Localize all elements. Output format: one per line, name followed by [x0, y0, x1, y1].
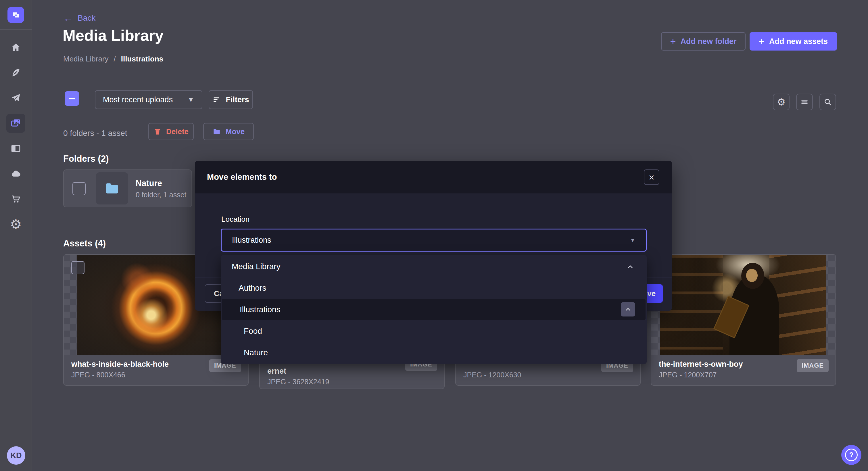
asset-type-badge: IMAGE [797, 359, 829, 372]
list-view-button[interactable] [796, 94, 813, 110]
collapse-children-button[interactable] [621, 302, 635, 316]
location-value: Illustrations [232, 236, 630, 245]
dropdown-item-authors[interactable]: Authors [221, 277, 647, 299]
cloud-icon[interactable] [6, 164, 25, 183]
move-label: Move [226, 127, 245, 136]
asset-card[interactable]: the-internet-s-own-boy JPEG - 1200X707 I… [651, 254, 836, 386]
folder-tile [96, 172, 128, 204]
add-new-assets-button[interactable]: + Add new assets [750, 32, 837, 51]
chevron-down-icon: ▼ [630, 237, 636, 243]
list-icon [800, 98, 809, 106]
indeterminate-mark [69, 98, 75, 99]
sidebar-nav: ⚙ [0, 38, 32, 234]
delete-button[interactable]: Delete [148, 123, 194, 140]
back-label: Back [78, 13, 95, 23]
trash-icon [153, 128, 161, 136]
folder-icon [212, 127, 221, 136]
dropdown-item-food[interactable]: Food [221, 320, 647, 342]
filters-label: Filters [226, 95, 249, 104]
chevron-up-icon [625, 306, 631, 313]
delete-label: Delete [166, 127, 189, 136]
add-new-assets-label: Add new assets [769, 37, 828, 46]
feather-icon[interactable] [6, 63, 25, 82]
asset-name: what-s-inside-a-black-hole [71, 360, 169, 369]
dropdown-item-illustrations[interactable]: Illustrations [222, 299, 646, 320]
person-face [746, 269, 757, 282]
add-new-folder-button[interactable]: + Add new folder [661, 32, 746, 51]
library-photo [660, 255, 826, 355]
media-library-page: ⚙ KD ← Back Media Library Media Library … [0, 0, 868, 471]
plus-icon: + [670, 36, 676, 46]
folder-icon [104, 180, 120, 197]
search-button[interactable] [819, 94, 836, 110]
dropdown-item-media-library[interactable]: Media Library [221, 256, 647, 277]
dropdown-item-label: Food [244, 327, 262, 336]
location-select[interactable]: Illustrations ▼ [221, 229, 647, 251]
move-button[interactable]: Move [203, 123, 254, 140]
asset-checkbox[interactable] [71, 261, 85, 274]
select-all-checkbox[interactable] [65, 91, 79, 106]
home-icon[interactable] [6, 38, 25, 57]
breadcrumb-separator: / [114, 55, 116, 64]
chevron-down-icon: ▼ [187, 96, 194, 104]
sort-value: Most recent uploads [103, 95, 181, 104]
breadcrumb-current: Illustrations [121, 55, 163, 64]
close-icon[interactable]: × [644, 169, 659, 185]
folders-heading: Folders (2) [63, 154, 108, 164]
location-label: Location [221, 215, 249, 224]
breadcrumb: Media Library / Illustrations [63, 55, 163, 64]
asset-meta: JPEG - 1200X707 [659, 371, 717, 379]
avatar[interactable]: KD [7, 446, 25, 465]
folder-card-nature[interactable]: Nature 0 folder, 1 asset [63, 169, 192, 207]
question-mark-icon: ? [845, 448, 858, 461]
gear-icon: ⚙ [777, 97, 785, 107]
back-link[interactable]: ← Back [63, 13, 95, 23]
selection-summary: 0 folders - 1 asset [63, 126, 127, 140]
chevron-up-icon[interactable] [626, 263, 634, 271]
folder-meta: 0 folder, 1 asset [136, 191, 187, 199]
breadcrumb-root[interactable]: Media Library [63, 55, 108, 64]
asset-name: ernet [267, 367, 286, 376]
settings-view-button[interactable]: ⚙ [773, 94, 789, 110]
gear-icon[interactable]: ⚙ [6, 215, 25, 234]
sidebar-divider [0, 29, 32, 30]
folder-checkbox[interactable] [72, 182, 86, 195]
dropdown-item-label: Authors [239, 283, 267, 293]
asset-meta: JPEG - 800X466 [71, 371, 125, 379]
layout-icon[interactable] [6, 139, 25, 158]
asset-meta: JPEG - 3628X2419 [267, 378, 329, 386]
add-new-folder-label: Add new folder [680, 37, 736, 46]
filters-button[interactable]: Filters [209, 90, 253, 109]
asset-meta: JPEG - 1200X630 [463, 371, 521, 379]
plus-icon: + [759, 36, 765, 46]
assets-heading: Assets (4) [63, 238, 106, 249]
modal-title: Move elements to [207, 172, 277, 182]
modal-header: Move elements to × [195, 161, 672, 194]
dropdown-item-label: Illustrations [240, 305, 281, 314]
sort-select[interactable]: Most recent uploads ▼ [95, 90, 202, 109]
sidebar: ⚙ KD [0, 0, 32, 471]
help-button[interactable]: ? [841, 445, 861, 465]
asset-preview [651, 255, 836, 355]
asset-name: the-internet-s-own-boy [659, 360, 743, 369]
strapi-logo-icon[interactable] [7, 7, 24, 23]
folder-name: Nature [136, 179, 162, 188]
dropdown-item-label: Media Library [232, 262, 281, 271]
filter-icon [212, 95, 221, 104]
arrow-left-icon: ← [63, 13, 73, 23]
search-icon [824, 98, 832, 106]
dropdown-item-nature[interactable]: Nature [221, 342, 647, 363]
cart-icon[interactable] [6, 190, 25, 208]
paper-plane-icon[interactable] [6, 89, 25, 107]
pictures-icon[interactable] [6, 114, 25, 133]
location-dropdown: Media Library Authors Illustrations Food… [221, 255, 647, 364]
page-title: Media Library [63, 26, 163, 44]
dropdown-item-label: Nature [244, 348, 268, 357]
